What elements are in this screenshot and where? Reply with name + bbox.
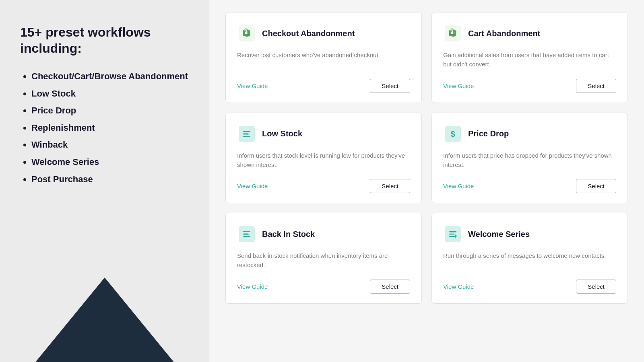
card-icon-welcome-series <box>443 224 462 244</box>
card-description-price-drop: Inform users that price has dropped for … <box>443 151 616 170</box>
view-guide-link-welcome-series[interactable]: View Guide <box>443 283 474 290</box>
workflow-cards-grid: Checkout Abandonment Recover lost custom… <box>225 12 628 304</box>
card-title-welcome-series: Welcome Series <box>468 230 530 239</box>
select-button-low-stock[interactable]: Select <box>370 179 410 193</box>
card-header-back-in-stock: Back In Stock <box>237 224 410 244</box>
svg-rect-1 <box>445 25 461 41</box>
sidebar-list-item-1: Low Stock <box>31 88 189 100</box>
card-description-back-in-stock: Send back-in-stock notification when inv… <box>237 251 410 270</box>
select-button-price-drop[interactable]: Select <box>576 179 616 193</box>
workflow-card-low-stock: Low Stock Inform users that stock level … <box>225 113 422 204</box>
svg-text:$: $ <box>450 130 455 138</box>
card-title-back-in-stock: Back In Stock <box>262 230 315 239</box>
svg-rect-10 <box>243 234 249 235</box>
select-button-welcome-series[interactable]: Select <box>576 280 616 294</box>
sidebar-list-item-3: Replenishment <box>31 122 189 134</box>
card-icon-checkout-abandonment <box>237 24 256 43</box>
sidebar-list-item-2: Price Drop <box>31 105 189 117</box>
sidebar-title: 15+ preset workflows including: <box>20 24 189 56</box>
card-title-checkout-abandonment: Checkout Abandonment <box>262 29 355 38</box>
card-icon-back-in-stock <box>237 224 256 244</box>
card-footer-welcome-series: View Guide Select <box>443 280 616 294</box>
workflow-card-cart-abandonment: Cart Abandonment Gain additional sales f… <box>431 12 628 103</box>
card-description-checkout-abandonment: Recover lost customers who've abandoned … <box>237 50 410 69</box>
card-header-welcome-series: Welcome Series <box>443 224 616 244</box>
card-header-low-stock: Low Stock <box>237 124 410 144</box>
sidebar-list-item-0: Checkout/Cart/Browse Abandonment <box>31 71 189 82</box>
card-header-checkout-abandonment: Checkout Abandonment <box>237 24 410 43</box>
card-footer-back-in-stock: View Guide Select <box>237 280 410 294</box>
card-icon-low-stock <box>237 124 256 144</box>
card-footer-price-drop: View Guide Select <box>443 179 616 193</box>
sidebar-list-item-5: Welcome Series <box>31 156 189 168</box>
svg-rect-15 <box>449 236 456 237</box>
card-description-welcome-series: Run through a series of messages to welc… <box>443 251 616 270</box>
view-guide-link-checkout-abandonment[interactable]: View Guide <box>237 82 268 89</box>
select-button-cart-abandonment[interactable]: Select <box>576 79 616 93</box>
card-header-cart-abandonment: Cart Abandonment <box>443 24 616 43</box>
sidebar-decoration-triangle <box>32 278 177 362</box>
view-guide-link-low-stock[interactable]: View Guide <box>237 183 268 189</box>
card-icon-cart-abandonment <box>443 24 462 43</box>
card-title-cart-abandonment: Cart Abandonment <box>468 29 540 38</box>
card-footer-checkout-abandonment: View Guide Select <box>237 79 410 93</box>
svg-rect-13 <box>449 231 456 232</box>
card-title-price-drop: Price Drop <box>468 129 509 138</box>
view-guide-link-back-in-stock[interactable]: View Guide <box>237 283 268 290</box>
sidebar-list: Checkout/Cart/Browse AbandonmentLow Stoc… <box>20 71 189 191</box>
view-guide-link-price-drop[interactable]: View Guide <box>443 183 474 189</box>
svg-rect-5 <box>243 136 250 137</box>
card-footer-low-stock: View Guide Select <box>237 179 410 193</box>
card-description-cart-abandonment: Gain additional sales from users that ha… <box>443 50 616 69</box>
workflow-card-price-drop: $ Price Drop Inform users that price has… <box>431 113 628 204</box>
svg-rect-4 <box>243 133 249 134</box>
svg-rect-9 <box>243 231 250 232</box>
sidebar-list-item-6: Post Purchase <box>31 174 189 185</box>
view-guide-link-cart-abandonment[interactable]: View Guide <box>443 82 474 89</box>
select-button-back-in-stock[interactable]: Select <box>370 280 410 294</box>
card-icon-price-drop: $ <box>443 124 462 144</box>
sidebar-list-item-4: Winback <box>31 139 189 151</box>
select-button-checkout-abandonment[interactable]: Select <box>370 79 410 93</box>
workflow-card-welcome-series: Welcome Series Run through a series of m… <box>431 213 628 304</box>
main-content: Checkout Abandonment Recover lost custom… <box>209 0 644 362</box>
workflow-card-back-in-stock: Back In Stock Send back-in-stock notific… <box>225 213 422 304</box>
card-footer-cart-abandonment: View Guide Select <box>443 79 616 93</box>
workflow-card-checkout-abandonment: Checkout Abandonment Recover lost custom… <box>225 12 422 103</box>
svg-rect-0 <box>239 25 255 41</box>
card-header-price-drop: $ Price Drop <box>443 124 616 144</box>
sidebar: 15+ preset workflows including: Checkout… <box>0 0 209 362</box>
svg-rect-14 <box>449 234 454 235</box>
svg-rect-11 <box>243 236 250 237</box>
card-title-low-stock: Low Stock <box>262 129 302 138</box>
svg-rect-3 <box>243 131 250 132</box>
card-description-low-stock: Inform users that stock level is running… <box>237 151 410 170</box>
